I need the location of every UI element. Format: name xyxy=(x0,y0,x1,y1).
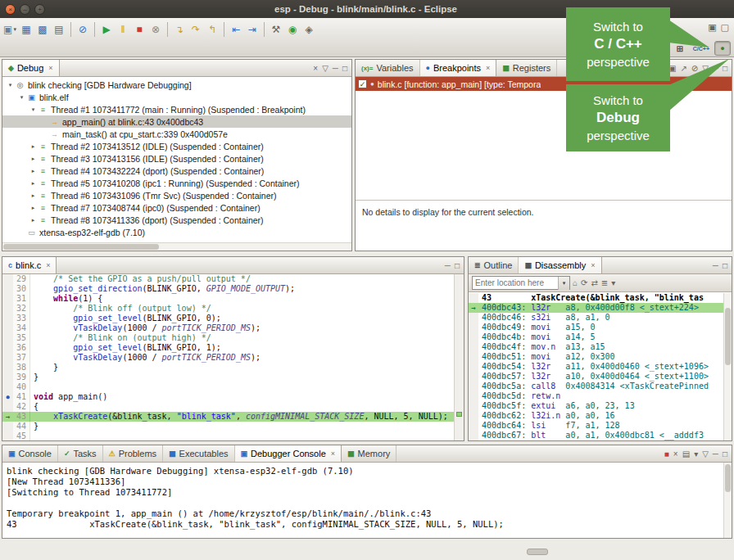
code-line[interactable]: 36 gpio_set_level(BLINK_GPIO, 1); xyxy=(2,343,454,353)
tab-tasks[interactable]: ✓Tasks xyxy=(58,445,103,462)
remove-launch-button[interactable]: × xyxy=(673,449,678,458)
code-line[interactable]: 44} xyxy=(2,422,454,431)
disconnect-button[interactable]: ⊗ xyxy=(147,20,164,38)
debug-tree-item[interactable]: ▾≡Thread #1 1073411772 (main : Running) … xyxy=(2,103,351,115)
window-minimize-button[interactable]: – xyxy=(20,4,30,15)
disassembly-row[interactable]: 400dbc5d: retw.n xyxy=(469,391,723,401)
disassembly-row[interactable]: 400dbc67: blt a0, a1, 0x400dbc81 <__addd… xyxy=(469,431,723,440)
terminate-console-button[interactable]: ■ xyxy=(664,449,669,458)
build-button[interactable]: ⚒ xyxy=(268,20,284,38)
scrollbar-handle[interactable] xyxy=(3,244,159,250)
overview-ruler[interactable] xyxy=(454,274,464,440)
bottom-scrollbar-handle[interactable] xyxy=(527,549,548,555)
code-line[interactable]: ●41void app_main() xyxy=(2,392,454,402)
minimize-debug-view-button[interactable]: ─ xyxy=(333,64,338,73)
show-source-button[interactable]: ≣ xyxy=(601,278,608,287)
scrollbar-handle[interactable] xyxy=(725,464,731,492)
location-input[interactable] xyxy=(473,277,558,289)
expand-arrow-icon[interactable]: ▸ xyxy=(29,156,38,162)
save-all-button[interactable]: ▩ xyxy=(34,20,51,38)
breakpoint-row[interactable]: ✓ ● blink.c [function: app_main] [type: … xyxy=(356,77,732,91)
disassembly-row[interactable]: 400dbc49: movi a15, 0 xyxy=(469,323,723,332)
tab-memory[interactable]: ▦Memory xyxy=(342,445,396,462)
breakpoint-checkbox[interactable]: ✓ xyxy=(358,79,367,88)
breakpoints-view-menu-button[interactable]: ▽ xyxy=(702,64,709,73)
window-close-button[interactable]: × xyxy=(5,4,16,15)
minimize-breakpoints-view-button[interactable]: ─ xyxy=(713,64,718,73)
debug-tree-item[interactable]: ▭xtensa-esp32-elf-gdb (7.10) xyxy=(2,226,351,238)
debug-tree-item[interactable]: ▸≡Thread #4 1073432224 (dport) (Suspende… xyxy=(2,165,351,177)
debug-tree-item-selected[interactable]: →app_main() at blink.c:43 0x400dbc43 xyxy=(2,115,351,128)
expand-arrow-icon[interactable]: ▸ xyxy=(29,192,38,199)
scrollbar-handle[interactable] xyxy=(725,308,731,365)
code-line[interactable]: 30 gpio_set_direction(BLINK_GPIO, GPIO_M… xyxy=(2,284,454,294)
code-line[interactable]: 38 } xyxy=(2,363,454,373)
disassembly-tab-close-icon[interactable]: × xyxy=(591,261,595,269)
disassembly-row[interactable]: 400dbc5a: call8 0x40084314 <xTaskCreateP… xyxy=(469,382,723,391)
current-line-marker-icon[interactable] xyxy=(456,412,462,417)
console-output[interactable]: blink checking [GDB Hardware Debugging] … xyxy=(2,463,723,538)
debug-tree[interactable]: ▾◎blink checking [GDB Hardware Debugging… xyxy=(2,77,351,242)
instruction-stepping-button[interactable]: ⇥ xyxy=(244,20,261,38)
code-line[interactable]: 33 gpio_set_level(BLINK_GPIO, 0); xyxy=(2,314,454,323)
maximize-debug-view-button[interactable]: □ xyxy=(342,64,347,73)
tab-outline[interactable]: ≣Outline xyxy=(469,257,519,273)
skip-all-breakpoints-button[interactable]: ⊘ xyxy=(75,20,91,38)
debug-tree-item[interactable]: ▸≡Thread #6 1073431096 (Tmr Svc) (Suspen… xyxy=(2,189,351,201)
debug-view-menu-button[interactable]: ▽ xyxy=(322,64,328,73)
step-return-button[interactable]: ↰ xyxy=(204,20,220,38)
print-button[interactable]: ▤ xyxy=(51,20,67,38)
minimize-console-button[interactable]: ─ xyxy=(713,449,718,458)
maximize-editor-button[interactable]: □ xyxy=(455,261,460,270)
resume-button[interactable]: ▶ xyxy=(98,20,115,38)
code-line[interactable]: 35 /* Blink on (output high) */ xyxy=(2,333,454,343)
disassembly-row[interactable]: 400dbc5f: extui a6, a0, 23, 13 xyxy=(469,401,723,411)
tab-console[interactable]: ▣Console xyxy=(2,445,58,462)
minimize-editor-button[interactable]: ─ xyxy=(445,261,451,270)
disassembly-row[interactable]: 400dbc64: lsi f7, a1, 128 xyxy=(469,421,723,431)
minimize-disassembly-button[interactable]: ─ xyxy=(713,261,718,270)
code-line[interactable]: 45 xyxy=(2,431,454,440)
save-button[interactable]: ▦ xyxy=(18,20,34,38)
blink-c-tab-close-icon[interactable]: × xyxy=(46,261,50,269)
disassembly-scrollbar[interactable] xyxy=(723,293,732,440)
code-line[interactable]: 34 vTaskDelay(1000 / portTICK_PERIOD_MS)… xyxy=(2,323,454,333)
disassembly-options-button[interactable]: ▾ xyxy=(611,278,615,287)
code-line[interactable]: 31 while(1) { xyxy=(2,294,454,304)
tab-variables[interactable]: (x)=Variables xyxy=(356,60,420,76)
disassembly-row[interactable]: 400dbc54: l32r a11, 0x400d0460 <_stext+1… xyxy=(469,362,723,372)
debugger-console-tab-close-icon[interactable]: × xyxy=(331,449,335,458)
expand-arrow-icon[interactable]: ▸ xyxy=(29,168,38,174)
debug-horizontal-scrollbar[interactable] xyxy=(2,242,351,251)
tab-problems[interactable]: ⚠Problems xyxy=(103,445,164,462)
terminate-button[interactable]: ■ xyxy=(131,20,147,38)
open-element-button[interactable]: ◈ xyxy=(301,20,317,38)
expand-arrow-icon[interactable]: ▸ xyxy=(29,180,38,187)
tab-registers[interactable]: ▦Registers xyxy=(496,60,557,76)
debug-tree-item[interactable]: ▾▣blink.elf xyxy=(2,91,351,103)
tab-debugger-console[interactable]: ▣Debugger Console× xyxy=(235,445,342,462)
code-line[interactable]: 39} xyxy=(2,373,454,382)
disassembly-row[interactable]: 400dbc4b: movi a14, 5 xyxy=(469,332,723,342)
new-wizard-button[interactable]: ▣▾ xyxy=(2,20,18,38)
skip-all-breakpoints-view-button[interactable]: ⊘ xyxy=(691,64,698,73)
disassembly-source-row[interactable]: 43 xTaskCreate(&blink_task, "blink_tas xyxy=(469,293,723,303)
console-scrollbar[interactable] xyxy=(723,463,732,538)
debug-tree-item[interactable]: ▸≡Thread #2 1073413512 (IDLE) (Suspended… xyxy=(2,140,351,152)
disassembly-row[interactable]: 400dbc62: l32i.n a0, a0, 16 xyxy=(469,411,723,421)
debug-tree-item[interactable]: →main_task() at cpu_start.c:339 0x400d05… xyxy=(2,128,351,140)
home-button[interactable]: ⌂ xyxy=(573,278,578,287)
tab-breakpoints[interactable]: ●Breakpoints× xyxy=(420,60,497,76)
cpp-perspective-button[interactable]: C/C++ xyxy=(691,41,712,56)
code-line[interactable]: 29 /* Set the GPIO as a push/pull output… xyxy=(2,274,454,284)
debug-tree-item[interactable]: ▸≡Thread #5 1073410208 (ipc1 : Running) … xyxy=(2,177,351,189)
collapse-arrow-icon[interactable]: ▾ xyxy=(29,106,38,113)
code-area[interactable]: 29 /* Set the GPIO as a push/pull output… xyxy=(2,274,454,440)
suspend-button[interactable]: ‖ xyxy=(115,20,131,38)
disassembly-row[interactable]: 400dbc4f: mov.n a13, a15 xyxy=(469,342,723,352)
pin-editor-button[interactable]: ▣ xyxy=(708,22,716,33)
tab-disassembly[interactable]: ▦Disassembly× xyxy=(519,257,601,273)
display-selected-console-button[interactable]: ▾ xyxy=(694,449,698,458)
debug-tree-item[interactable]: ▸≡Thread #7 1073408744 (ipc0) (Suspended… xyxy=(2,201,351,214)
code-line[interactable]: 32 /* Blink off (output low) */ xyxy=(2,304,454,314)
